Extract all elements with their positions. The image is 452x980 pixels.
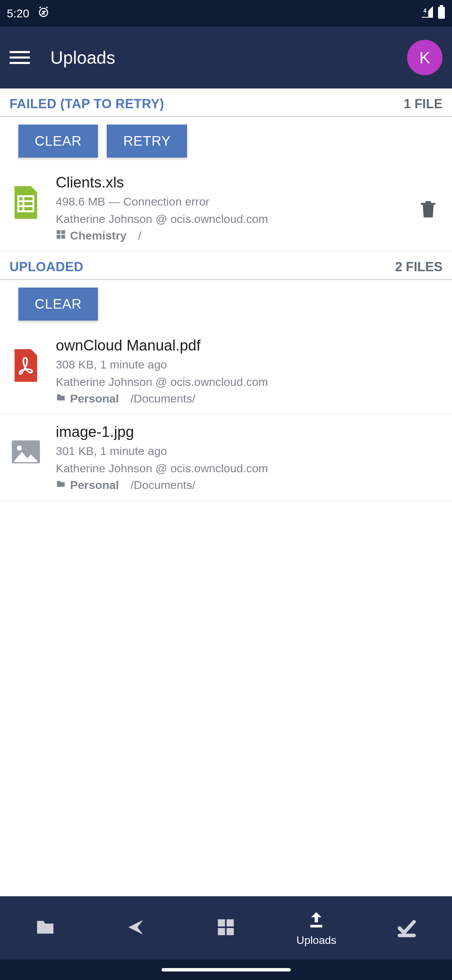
uploaded-actions: CLEAR bbox=[0, 280, 452, 328]
file-path: /Documents/ bbox=[131, 392, 195, 405]
svg-text:4: 4 bbox=[423, 8, 427, 14]
nav-shares[interactable]: Shares bbox=[90, 896, 181, 959]
failed-file-item[interactable]: Clients.xls 498.6 MB — Connection error … bbox=[0, 165, 452, 251]
section-header-failed[interactable]: FAILED (TAP TO RETRY) 1 FILE bbox=[0, 89, 452, 117]
section-label: FAILED (TAP TO RETRY) bbox=[10, 97, 164, 111]
section-label: UPLOADED bbox=[10, 259, 83, 274]
spreadsheet-file-icon bbox=[10, 186, 42, 219]
section-count: 1 FILE bbox=[404, 97, 442, 111]
file-name: ownCloud Manual.pdf bbox=[56, 337, 442, 354]
nav-spaces[interactable]: Spaces bbox=[181, 896, 271, 959]
file-status: 498.6 MB — Connection error bbox=[56, 193, 404, 210]
clear-failed-button[interactable]: CLEAR bbox=[18, 124, 98, 158]
svg-point-13 bbox=[17, 445, 22, 450]
app-bar: Uploads K bbox=[0, 27, 452, 89]
file-name: image-1.jpg bbox=[56, 423, 442, 440]
file-status: 301 KB, 1 minute ago bbox=[56, 442, 442, 460]
file-space: Personal bbox=[70, 392, 119, 405]
nav-uploads[interactable]: Uploads bbox=[271, 896, 362, 959]
status-time: 5:20 bbox=[7, 7, 29, 20]
avatar[interactable]: K bbox=[407, 40, 442, 75]
share-icon bbox=[125, 916, 147, 940]
svg-rect-8 bbox=[57, 231, 60, 234]
svg-rect-14 bbox=[218, 920, 225, 927]
file-path: / bbox=[138, 229, 141, 242]
nav-files[interactable]: Files bbox=[0, 896, 90, 959]
section-count: 2 FILES bbox=[395, 259, 442, 274]
signal-icon: 4 bbox=[421, 5, 434, 21]
svg-rect-3 bbox=[440, 5, 443, 7]
file-space: Personal bbox=[70, 479, 119, 492]
section-header-uploaded: UPLOADED 2 FILES bbox=[0, 251, 452, 280]
bottom-nav: Files Shares Spaces Uploads bbox=[0, 896, 452, 959]
nav-offline[interactable]: Offline bbox=[362, 896, 452, 959]
svg-rect-2 bbox=[438, 7, 445, 19]
folder-icon bbox=[56, 479, 66, 492]
pdf-file-icon bbox=[10, 349, 42, 382]
svg-rect-10 bbox=[57, 235, 60, 239]
menu-icon[interactable] bbox=[10, 47, 30, 68]
svg-rect-16 bbox=[218, 928, 225, 935]
space-grid-icon bbox=[56, 229, 66, 242]
svg-rect-15 bbox=[227, 920, 234, 927]
file-account: Katherine Johnson @ ocis.owncloud.com bbox=[56, 373, 442, 391]
failed-actions: CLEAR RETRY bbox=[0, 117, 452, 165]
folder-icon bbox=[34, 916, 56, 940]
folder-icon bbox=[56, 392, 66, 405]
svg-rect-11 bbox=[61, 235, 65, 239]
svg-rect-17 bbox=[227, 928, 234, 935]
retry-failed-button[interactable]: RETRY bbox=[107, 124, 187, 158]
svg-rect-9 bbox=[61, 231, 65, 234]
upload-icon bbox=[306, 910, 327, 931]
file-name: Clients.xls bbox=[56, 174, 404, 191]
check-icon bbox=[396, 916, 418, 940]
uploaded-file-item[interactable]: ownCloud Manual.pdf 308 KB, 1 minute ago… bbox=[0, 328, 452, 414]
svg-rect-18 bbox=[311, 925, 322, 928]
file-space: Chemistry bbox=[70, 229, 127, 242]
page-title: Uploads bbox=[50, 47, 115, 68]
delete-upload-button[interactable] bbox=[417, 198, 439, 221]
clear-uploaded-button[interactable]: CLEAR bbox=[18, 288, 98, 321]
image-file-icon bbox=[10, 436, 42, 468]
alarm-snooze-icon bbox=[37, 6, 50, 21]
status-bar: 5:20 4 bbox=[0, 0, 452, 27]
battery-icon bbox=[438, 5, 445, 21]
avatar-initial: K bbox=[419, 48, 430, 67]
uploaded-file-item[interactable]: image-1.jpg 301 KB, 1 minute ago Katheri… bbox=[0, 414, 452, 501]
file-account: Katherine Johnson @ ocis.owncloud.com bbox=[56, 210, 404, 228]
nav-label: Uploads bbox=[297, 934, 336, 947]
home-indicator[interactable] bbox=[162, 968, 291, 972]
grid-icon bbox=[216, 918, 235, 938]
file-status: 308 KB, 1 minute ago bbox=[56, 356, 442, 373]
file-path: /Documents/ bbox=[131, 479, 195, 492]
file-account: Katherine Johnson @ ocis.owncloud.com bbox=[56, 460, 442, 477]
gesture-bar bbox=[0, 959, 452, 980]
